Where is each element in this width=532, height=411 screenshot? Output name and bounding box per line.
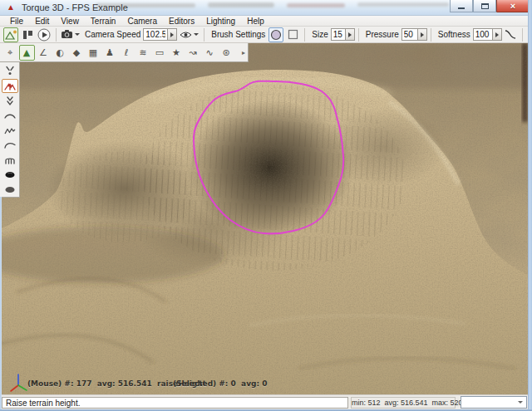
- menu-lighting[interactable]: Lighting: [200, 16, 241, 27]
- separator: [358, 28, 359, 42]
- separator: [522, 28, 523, 42]
- softness-label: Softness: [438, 30, 470, 39]
- material-editor-button[interactable]: ◆: [69, 45, 85, 61]
- camera-dropdown-button[interactable]: [61, 27, 81, 42]
- terrain-render: [0, 43, 528, 394]
- menu-file[interactable]: File: [4, 16, 29, 27]
- statusbar: Raise terrain height. min: 512 avg: 516.…: [0, 394, 528, 409]
- river-editor-button[interactable]: ≋: [135, 45, 151, 61]
- close-button[interactable]: ×: [496, 0, 530, 12]
- size-spinbox: [331, 28, 355, 41]
- set-height-button[interactable]: [2, 153, 18, 167]
- status-dropdown[interactable]: [461, 396, 527, 409]
- visibility-dropdown-button[interactable]: [178, 27, 200, 42]
- smooth-slope-button[interactable]: [2, 138, 18, 152]
- separator: [204, 28, 204, 42]
- smooth-icon: [3, 110, 17, 121]
- terrain-painter-button[interactable]: ∠: [36, 45, 52, 61]
- mesh-road-editor-button[interactable]: ⊛: [219, 45, 234, 61]
- viewport-3d[interactable]: (Mouse) #: 177 avg: 516.541 raiseHeight …: [0, 43, 528, 394]
- terrain-mountain-icon: [5, 29, 17, 40]
- particle-editor-button[interactable]: ℓ: [119, 45, 135, 61]
- eye-icon: [180, 31, 192, 39]
- window-title: Torque 3D - FPS Example: [22, 2, 128, 12]
- pressure-spinner[interactable]: [418, 28, 427, 41]
- menubar: File Edit View Terrain Camera Editors Li…: [0, 16, 532, 27]
- raise-height-button[interactable]: [2, 79, 18, 93]
- size-spinner[interactable]: [346, 28, 355, 41]
- smooth-button[interactable]: [2, 108, 18, 122]
- pressure-spinbox: [401, 28, 427, 41]
- grab-terrain-button[interactable]: [2, 64, 18, 78]
- circle-brush-icon: [270, 29, 282, 41]
- clear-terrain-icon: [3, 169, 17, 180]
- play-icon: [37, 28, 51, 42]
- pressure-input[interactable]: [401, 28, 418, 41]
- status-message: Raise terrain height.: [2, 397, 348, 409]
- clear-terrain-button[interactable]: [2, 167, 18, 181]
- circle-brush-button[interactable]: [268, 27, 283, 42]
- softness-input[interactable]: [473, 28, 493, 41]
- mission-area-editor-button[interactable]: ▭: [152, 45, 168, 61]
- camera-speed-label: Camera Speed: [85, 30, 140, 39]
- menu-view[interactable]: View: [55, 16, 85, 27]
- chevron-down-icon: [518, 401, 523, 404]
- minimize-button[interactable]: [450, 0, 473, 12]
- decal-editor-icon: ★: [172, 47, 180, 58]
- decal-editor-button[interactable]: ★: [169, 45, 185, 61]
- mesh-road-editor-icon: ⊛: [222, 47, 229, 58]
- separator: [304, 28, 305, 42]
- square-brush-button[interactable]: [285, 27, 300, 42]
- square-brush-icon: [288, 29, 298, 40]
- object-editor-button[interactable]: ⌖: [2, 45, 18, 61]
- camera-speed-input[interactable]: [143, 28, 168, 41]
- app-logo-icon[interactable]: ▲: [6, 2, 16, 12]
- spinner-arrow-icon: [348, 32, 352, 37]
- datablock-editor-button[interactable]: ♟: [102, 45, 118, 61]
- camera-speed-spinner[interactable]: [168, 28, 177, 41]
- sketch-tool-button[interactable]: ◐: [52, 45, 68, 61]
- separator: [431, 28, 431, 42]
- falloff-curve-icon: [505, 30, 516, 39]
- set-empty-button[interactable]: [2, 182, 18, 196]
- forest-editor-button[interactable]: ↝: [185, 45, 201, 61]
- maximize-button[interactable]: [473, 0, 496, 12]
- toolbar-overflow-chevron[interactable]: ▸: [242, 49, 246, 56]
- falloff-curve-button[interactable]: [503, 27, 518, 42]
- separator: [56, 28, 57, 42]
- close-icon: ×: [510, 2, 515, 11]
- river-editor-icon: ≋: [139, 47, 146, 58]
- particle-editor-icon: ℓ: [125, 47, 129, 58]
- size-input[interactable]: [331, 28, 346, 41]
- spinner-arrow-icon: [421, 32, 424, 37]
- camera-icon: [62, 30, 73, 39]
- editors-toolbar: ⌖ ▲ ∠ ◐ ◆ ▦ ♟ ℓ ≋ ▭ ★ ↝ ∿ ⊛ ▸: [0, 43, 249, 62]
- road-path-editor-button[interactable]: ∿: [202, 45, 218, 61]
- datablock-editor-icon: ♟: [106, 47, 114, 58]
- panels-icon: [22, 30, 33, 40]
- menu-help[interactable]: Help: [241, 16, 270, 27]
- lower-height-button[interactable]: [2, 94, 18, 108]
- set-empty-icon: [3, 183, 17, 195]
- gui-editor-button[interactable]: ▦: [86, 45, 101, 61]
- paint-noise-button[interactable]: [2, 123, 18, 137]
- window: ▲ Torque 3D - FPS Example × File Edit Vi…: [0, 0, 532, 411]
- terrain-editor-button[interactable]: ▲: [19, 45, 35, 61]
- world-editor-button[interactable]: [3, 27, 18, 42]
- menu-edit[interactable]: Edit: [29, 16, 55, 27]
- minimize-icon: [458, 7, 465, 9]
- chevron-down-icon: [75, 33, 80, 36]
- menu-camera[interactable]: Camera: [121, 16, 163, 27]
- menu-terrain[interactable]: Terrain: [85, 16, 122, 27]
- pressure-label: Pressure: [366, 30, 399, 39]
- menu-editors[interactable]: Editors: [163, 16, 200, 27]
- paint-noise-icon: [3, 125, 17, 136]
- camera-speed-spinbox: [143, 28, 177, 41]
- object-editor-icon: ⌖: [7, 47, 12, 58]
- play-game-button[interactable]: [37, 27, 52, 42]
- softness-spinbox: [473, 28, 502, 41]
- softness-spinner[interactable]: [493, 28, 502, 41]
- toggle-panels-button[interactable]: [20, 27, 35, 42]
- background-smudge: [208, 2, 274, 7]
- material-editor-icon: ◆: [73, 47, 80, 58]
